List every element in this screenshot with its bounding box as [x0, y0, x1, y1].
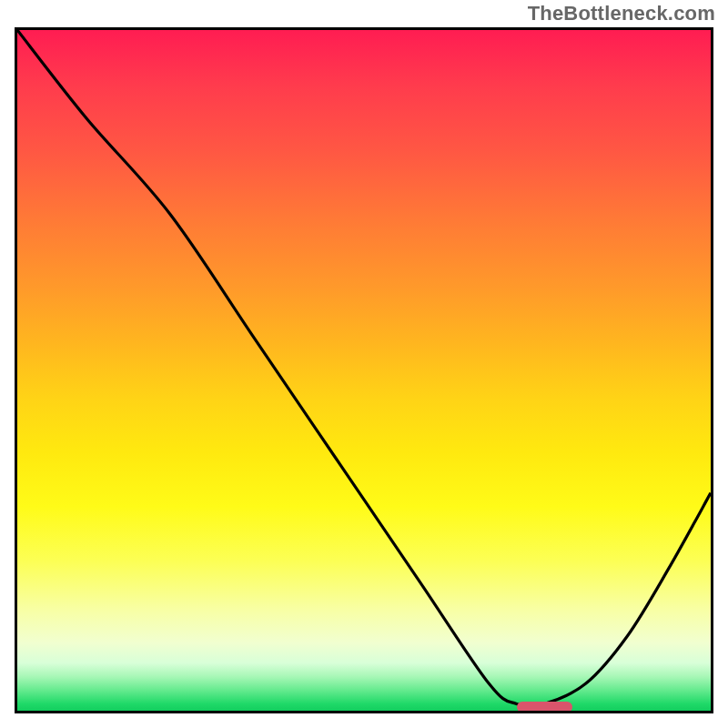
watermark-text: TheBottleneck.com — [528, 2, 715, 25]
bottleneck-curve — [17, 30, 711, 711]
curve-path — [17, 30, 711, 706]
optimal-range-marker — [517, 702, 572, 713]
chart-container — [15, 27, 713, 713]
